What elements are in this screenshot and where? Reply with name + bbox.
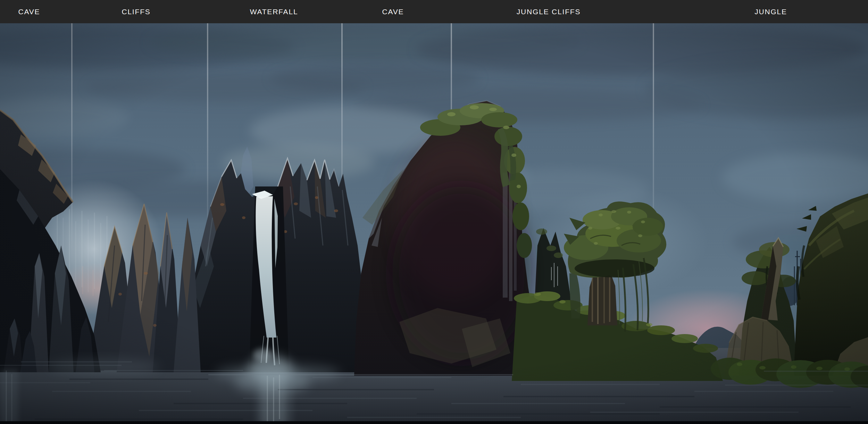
nav-item-cave-2[interactable]: CAVE (382, 8, 404, 16)
section-toolbar: CAVE CLIFFS WATERFALL CAVE JUNGLE CLIFFS… (0, 0, 868, 23)
nav-item-cave-1[interactable]: CAVE (18, 8, 40, 16)
vignette-overlay (0, 23, 868, 424)
nav-item-jungle[interactable]: JUNGLE (754, 8, 787, 16)
concept-art-canvas (0, 23, 868, 424)
nav-item-cliffs[interactable]: CLIFFS (122, 8, 150, 16)
nav-item-jungle-cliffs[interactable]: JUNGLE CLIFFS (517, 8, 581, 16)
nav-item-waterfall[interactable]: WATERFALL (250, 8, 298, 16)
